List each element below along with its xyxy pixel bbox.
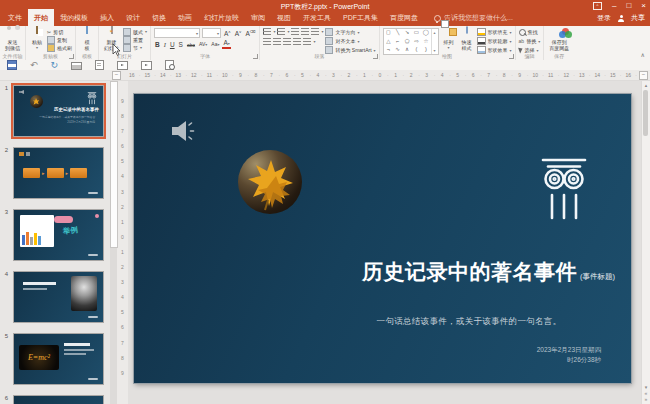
scrollbar-thumb[interactable] — [643, 90, 648, 136]
tab-baidu-netdisk[interactable]: 百度网盘 — [384, 9, 424, 26]
decrease-indent-icon[interactable] — [291, 28, 299, 35]
send-to-wechat-button[interactable]: 发送 到微信 — [3, 28, 22, 52]
font-size-combobox[interactable]: ▾ — [202, 28, 221, 38]
next-slide-button[interactable]: » — [642, 396, 650, 402]
scroll-up-icon[interactable]: ▴ — [434, 30, 436, 35]
align-right-icon[interactable] — [283, 38, 291, 45]
shapes-gallery[interactable]: ◻╲↘▭◯△⌐⬠⇨☆¬∿∧() ▴ ▾ — [383, 28, 439, 55]
tab-transitions[interactable]: 切换 — [146, 9, 172, 26]
shape-glyph[interactable]: ╲ — [396, 30, 399, 36]
slide-date-textbox[interactable]: 2023年2月23日星期四 时26分38秒 — [537, 345, 601, 365]
bullets-icon[interactable] — [263, 28, 271, 35]
slide-title-textbox[interactable]: 历史记录中的著名事件(事件标题) — [362, 258, 615, 286]
slideshow-from-beginning-icon[interactable] — [117, 61, 128, 70]
vertical-scrollbar[interactable]: ▴ ▾ « » — [641, 81, 650, 404]
quick-print-icon[interactable] — [71, 62, 82, 70]
shape-glyph[interactable]: ↘ — [405, 30, 410, 36]
tab-insert[interactable]: 插入 — [94, 9, 120, 26]
text-shadow-button[interactable]: S — [178, 41, 184, 49]
tab-pdf-tools[interactable]: PDF工具集 — [337, 9, 384, 26]
shape-glyph[interactable]: ◯ — [423, 30, 429, 36]
sign-in-button[interactable]: 登录 — [597, 13, 611, 23]
tab-view[interactable]: 视图 — [271, 9, 297, 26]
font-name-combobox[interactable]: ▾ — [154, 28, 200, 38]
shape-glyph[interactable]: ⌐ — [396, 39, 399, 45]
section-button[interactable]: 节▾ — [123, 44, 147, 51]
align-center-icon[interactable] — [273, 38, 281, 45]
share-button[interactable]: 共享 — [631, 13, 645, 23]
align-left-icon[interactable] — [263, 38, 271, 45]
font-dialog-launcher[interactable] — [253, 54, 258, 59]
tab-my-templates[interactable]: 我的模板 — [54, 9, 94, 26]
layout-button[interactable]: 版式▾ — [123, 28, 147, 35]
tab-design[interactable]: 设计 — [120, 9, 146, 26]
slide-subtitle-textbox[interactable]: 一句话总结该事件，或关于该事件的一句名言。 — [333, 316, 605, 328]
paste-button[interactable]: 粘贴 ▾ — [29, 28, 45, 50]
strikethrough-button[interactable]: abc — [186, 41, 196, 49]
slide-6-preview[interactable] — [13, 395, 104, 404]
redo-icon[interactable]: ↻ — [51, 61, 59, 69]
thumbnail-slide-6[interactable]: 6 — [0, 395, 110, 404]
drawing-dialog-launcher[interactable] — [509, 54, 514, 59]
tab-review[interactable]: 审阅 — [245, 9, 271, 26]
numbering-icon[interactable] — [277, 28, 285, 35]
thumbnail-slide-3[interactable]: 3 举例 — [0, 209, 110, 260]
reading-view-icon[interactable] — [165, 60, 174, 70]
thumbnail-slide-5[interactable]: 5 E=mc² — [0, 333, 110, 384]
shapes-gallery-scrollbar[interactable]: ▴ ▾ — [431, 29, 438, 54]
paragraph-dialog-launcher[interactable] — [373, 54, 378, 59]
collapse-ribbon-icon[interactable]: ∧ — [641, 51, 645, 58]
shape-glyph[interactable]: ◻ — [386, 30, 391, 36]
cut-button[interactable]: ✂剪切 — [47, 28, 72, 35]
thumbnail-slide-4[interactable]: 4 — [0, 271, 110, 322]
quick-styles-button[interactable]: 快速 样式 — [459, 28, 475, 52]
shape-glyph[interactable]: ⇨ — [414, 39, 419, 45]
underline-button[interactable]: U — [169, 41, 176, 49]
slideshow-icon[interactable] — [141, 61, 152, 70]
grow-font-button[interactable]: A˄ — [223, 28, 232, 38]
slide-2-preview[interactable]: ▸ ▸ — [13, 147, 104, 199]
clipboard-dialog-launcher[interactable] — [69, 54, 74, 59]
slide-3-preview[interactable]: 举例 — [13, 209, 104, 261]
tab-file[interactable]: 文件 — [2, 9, 28, 26]
shrink-font-button[interactable]: A˅ — [234, 28, 243, 38]
shape-glyph[interactable]: ☆ — [423, 39, 428, 45]
template-button[interactable]: 模 板 — [79, 28, 95, 52]
current-slide[interactable]: 历史记录中的著名事件(事件标题) 一句话总结该事件，或关于该事件的一句名言。 2… — [134, 94, 631, 383]
ruler-left-marker[interactable]: − — [112, 71, 121, 80]
tab-slideshow[interactable]: 幻灯片放映 — [198, 9, 245, 26]
line-spacing-icon[interactable] — [311, 28, 319, 35]
scroll-up-arrow[interactable]: ▴ — [642, 82, 650, 88]
text-direction-button[interactable]: 文字方向▾ — [325, 28, 375, 36]
shape-outline-button[interactable]: 形状轮廓▾ — [477, 37, 512, 45]
thumbnail-slide-2[interactable]: 2 ▸ ▸ — [0, 147, 110, 198]
pillar-logo-icon[interactable] — [541, 158, 587, 222]
ruler-right-marker[interactable]: − — [639, 71, 648, 80]
undo-icon[interactable]: ↶ — [30, 61, 38, 69]
slide-5-preview[interactable]: E=mc² — [13, 333, 104, 385]
bold-button[interactable]: B — [154, 41, 161, 49]
scrollbar-thumb[interactable] — [110, 81, 118, 248]
font-color-button[interactable]: A▾ — [222, 40, 230, 49]
copy-button[interactable]: 复制 — [47, 36, 72, 43]
audio-speaker-icon[interactable] — [170, 120, 196, 142]
shape-glyph[interactable]: △ — [386, 39, 390, 45]
save-to-baidu-button[interactable]: 保存到 百度网盘 — [547, 28, 571, 52]
save-icon[interactable] — [7, 60, 17, 70]
shape-fill-button[interactable]: 形状填充▾ — [477, 28, 512, 36]
thumbnail-slide-1[interactable]: 1 历史记录中的著名事件 一句话总结该事件，或关于该事件的一句名言。 — [0, 85, 110, 136]
tab-home[interactable]: 开始 — [28, 9, 54, 26]
tab-animations[interactable]: 动画 — [172, 9, 198, 26]
new-slide-qat-icon[interactable] — [95, 60, 104, 70]
justify-icon[interactable] — [293, 38, 301, 45]
reset-button[interactable]: 重置 — [123, 36, 147, 43]
thumbnail-panel-scrollbar[interactable] — [110, 81, 117, 404]
arrange-button[interactable]: 排列 ▾ — [441, 28, 457, 50]
increase-indent-icon[interactable] — [301, 28, 309, 35]
close-button[interactable]: × — [641, 1, 646, 10]
clear-formatting-button[interactable]: A⌫ — [244, 28, 256, 38]
find-button[interactable]: 查找 — [519, 28, 541, 36]
slide-4-preview[interactable] — [13, 271, 104, 323]
align-text-button[interactable]: 对齐文本▾ — [325, 37, 375, 45]
italic-button[interactable]: I — [163, 41, 167, 49]
